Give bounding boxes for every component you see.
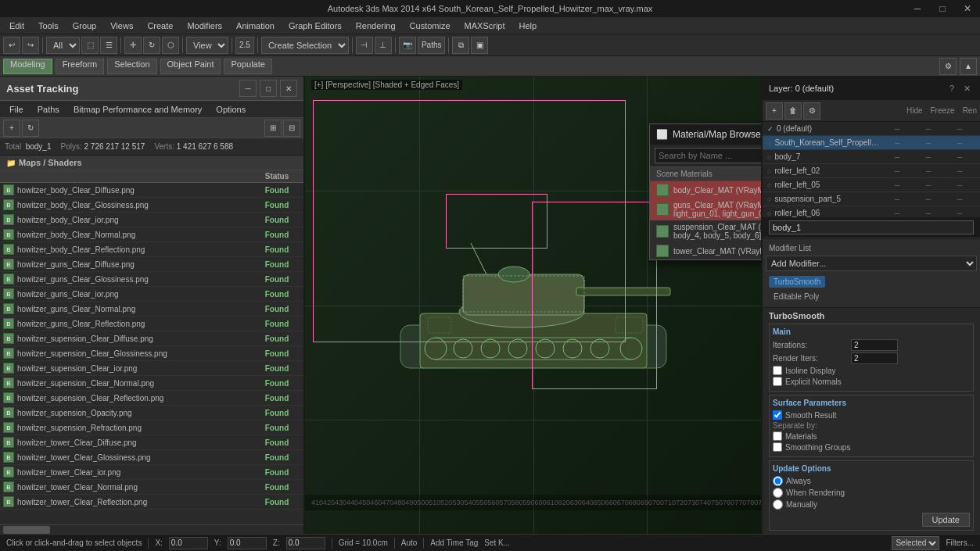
coord-x-input[interactable] <box>169 537 208 549</box>
percent-btn[interactable]: 2.5 <box>235 37 254 54</box>
file-row[interactable]: B howitzer_supension_Opacity.png Found <box>0 406 303 420</box>
file-row[interactable]: B howitzer_tower_Clear_Normal.png Found <box>0 480 303 495</box>
mat-item[interactable]: tower_Clear_MAT (VRayMtl) [tower_01] <box>650 242 761 259</box>
tracking-menu-bitmap[interactable]: Bitmap Performance and Memory <box>67 103 208 116</box>
layer-row[interactable]: ○ roller_left_02 ─ ─ ─ <box>763 164 980 178</box>
menu-modifiers[interactable]: Modifiers <box>181 20 228 32</box>
freeform-mode-btn[interactable]: Freeform <box>56 59 105 74</box>
editable-poly-modifier[interactable]: Editable Poly <box>766 289 977 304</box>
tracking-refresh[interactable]: ↻ <box>22 120 39 137</box>
file-row[interactable]: B howitzer_body_Clear_Diffuse.png Found <box>0 183 303 198</box>
file-row[interactable]: B howitzer_guns_Clear_Diffuse.png Found <box>0 257 303 272</box>
coord-z-input[interactable] <box>286 537 325 549</box>
menu-edit[interactable]: Edit <box>3 20 31 32</box>
selected-dropdown[interactable]: Selected <box>892 536 939 550</box>
scale-tool[interactable]: ⬡ <box>162 37 179 54</box>
tracking-add[interactable]: + <box>3 120 20 137</box>
file-row[interactable]: B howitzer_supension_Clear_ior.png Found <box>0 361 303 376</box>
layer-row[interactable]: ○ roller_left_06 ─ ─ ─ <box>763 206 980 217</box>
mat-search-input[interactable] <box>655 148 761 163</box>
menu-group[interactable]: Group <box>66 20 103 32</box>
file-row[interactable]: B howitzer_tower_Clear_Glossiness.png Fo… <box>0 450 303 465</box>
file-row[interactable]: B howitzer_guns_Clear_Normal.png Found <box>0 302 303 317</box>
menu-tools[interactable]: Tools <box>32 20 65 32</box>
ribbon-settings[interactable]: ⚙ <box>939 58 957 75</box>
align-button[interactable]: ⊥ <box>375 37 392 54</box>
set-k-label[interactable]: Set K... <box>484 538 510 547</box>
menu-customize[interactable]: Customize <box>404 20 457 32</box>
mat-item[interactable]: body_Clear_MAT (VRayMtl) [body_1] <box>650 181 761 199</box>
render-iters-input[interactable] <box>851 352 898 364</box>
rotate-tool[interactable]: ↻ <box>143 37 160 54</box>
file-row[interactable]: B howitzer_supension_Refraction.png Foun… <box>0 420 303 435</box>
tracking-close[interactable]: ✕ <box>280 80 297 97</box>
layer-row[interactable]: ○ roller_left_05 ─ ─ ─ <box>763 178 980 192</box>
minimize-button[interactable]: ─ <box>905 0 930 17</box>
menu-graph-editors[interactable]: Graph Editors <box>282 20 348 32</box>
layers-close-btn[interactable]: ✕ <box>960 84 974 94</box>
file-row[interactable]: B howitzer_tower_Clear_ior.png Found <box>0 465 303 480</box>
file-row[interactable]: B howitzer_tower_Clear_Diffuse.png Found <box>0 435 303 450</box>
file-row[interactable]: B howitzer_body_Clear_Glossiness.png Fou… <box>0 198 303 213</box>
selection-mode-btn[interactable]: Selection <box>107 59 156 74</box>
add-time-tag[interactable]: Add Time Tag <box>430 538 478 547</box>
file-row[interactable]: B howitzer_tower_Clear_Reflection.png Fo… <box>0 495 303 510</box>
file-row[interactable]: B howitzer_guns_Clear_Glossiness.png Fou… <box>0 272 303 287</box>
tracking-menu-paths[interactable]: Paths <box>31 103 66 116</box>
layer-settings-btn[interactable]: ⚙ <box>803 102 820 120</box>
menu-rendering[interactable]: Rendering <box>350 20 402 32</box>
create-selection-select[interactable]: Create Selection <box>261 37 349 54</box>
file-row[interactable]: B howitzer_supension_Clear_Normal.png Fo… <box>0 376 303 391</box>
layer-row[interactable]: ✓ 0 (default) ─ ─ ─ <box>763 122 980 136</box>
new-layer-btn[interactable]: + <box>766 102 783 120</box>
populate-btn[interactable]: Populate <box>224 59 271 74</box>
modeling-mode-btn[interactable]: Modeling <box>3 59 52 74</box>
delete-layer-btn[interactable]: 🗑 <box>784 102 802 120</box>
modifier-dropdown[interactable]: Add Modifier... <box>766 256 977 271</box>
file-row[interactable]: B howitzer_body_Clear_Normal.png Found <box>0 227 303 242</box>
file-row[interactable]: B howitzer_guns_Clear_ior.png Found <box>0 287 303 302</box>
file-row[interactable]: B howitzer_guns_Clear_Reflection.png Fou… <box>0 317 303 331</box>
tracking-view-toggle[interactable]: ⊞ <box>264 120 282 137</box>
mirror-button[interactable]: ⊣ <box>356 37 373 54</box>
file-row[interactable]: B howitzer_supension_Clear_Diffuse.png F… <box>0 331 303 346</box>
layer-row[interactable]: ○ suspension_part_5 ─ ─ ─ <box>763 192 980 206</box>
scroll-thumb[interactable] <box>3 526 50 534</box>
tracking-menu-options[interactable]: Options <box>210 103 252 116</box>
always-radio[interactable] <box>773 476 783 486</box>
close-button[interactable]: ✕ <box>955 0 980 17</box>
menu-maxscript[interactable]: MAXScript <box>458 20 512 32</box>
view-mode-select[interactable]: View <box>186 37 228 54</box>
layer-manager[interactable]: ⧉ <box>452 37 469 54</box>
menu-help[interactable]: Help <box>513 20 544 32</box>
maximize-button[interactable]: □ <box>930 0 955 17</box>
turbosmooth-modifier[interactable]: TurboSmooth <box>766 274 977 289</box>
file-row[interactable]: B howitzer_body_Clear_ior.png Found <box>0 213 303 227</box>
snapshot-button[interactable]: 📷 <box>399 37 416 54</box>
isoline-checkbox[interactable] <box>773 366 782 375</box>
filters-label[interactable]: Filters... <box>946 538 974 547</box>
ribbon-toggle[interactable]: ▣ <box>471 37 488 54</box>
layers-help-btn[interactable]: ? <box>946 84 957 94</box>
mat-item[interactable]: guns_Clear_MAT (VRayMtl) [gun_1, gun_2, … <box>650 199 761 220</box>
menu-views[interactable]: Views <box>104 20 139 32</box>
iterations-input[interactable] <box>851 339 898 351</box>
move-tool[interactable]: ✛ <box>124 37 142 54</box>
smooth-result-checkbox[interactable] <box>773 410 782 420</box>
ribbon-close[interactable]: ▲ <box>960 58 977 75</box>
layer-row[interactable]: ○ South_Korean_Self_Propelled_Howitzer ─… <box>763 136 980 150</box>
undo-button[interactable]: ↩ <box>3 37 20 54</box>
when-rendering-radio[interactable] <box>773 488 783 498</box>
horizontal-scrollbar[interactable] <box>0 524 303 534</box>
file-row[interactable]: B howitzer_supension_Clear_Glossiness.pn… <box>0 346 303 361</box>
select-by-name[interactable]: ☰ <box>100 37 117 54</box>
menu-create[interactable]: Create <box>141 20 179 32</box>
update-button[interactable]: Update <box>922 513 970 527</box>
tracking-minimize[interactable]: ─ <box>239 80 257 97</box>
file-row[interactable]: B howitzer_supension_Clear_Reflection.pn… <box>0 391 303 406</box>
paths-button[interactable]: Paths <box>418 37 446 54</box>
tracking-maximize[interactable]: □ <box>260 80 277 97</box>
smoothing-groups-checkbox[interactable] <box>773 442 782 452</box>
selection-filter-select[interactable]: All <box>46 37 80 54</box>
layer-row[interactable]: ○ body_7 ─ ─ ─ <box>763 150 980 164</box>
